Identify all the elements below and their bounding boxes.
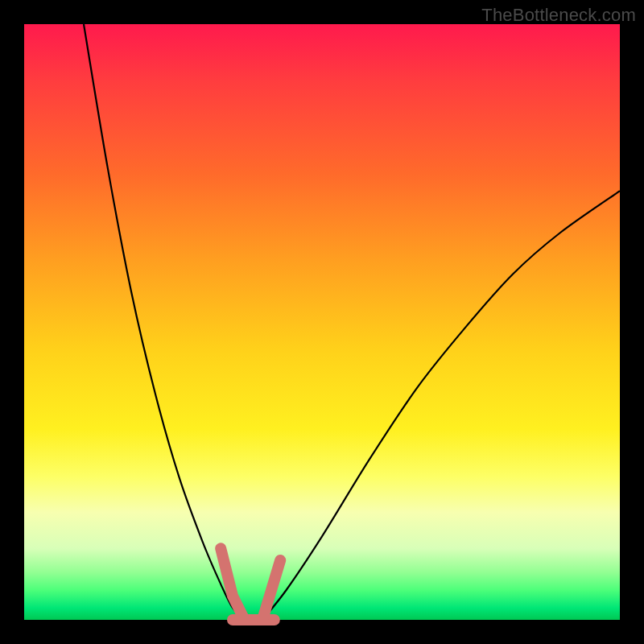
curve-left-branch [84,24,245,620]
curve-right-branch [262,191,620,620]
bottleneck-curve [24,24,620,620]
chart-plot-area [24,24,620,620]
watermark-text: TheBottleneck.com [481,5,636,26]
marker-right-segment [262,560,280,620]
